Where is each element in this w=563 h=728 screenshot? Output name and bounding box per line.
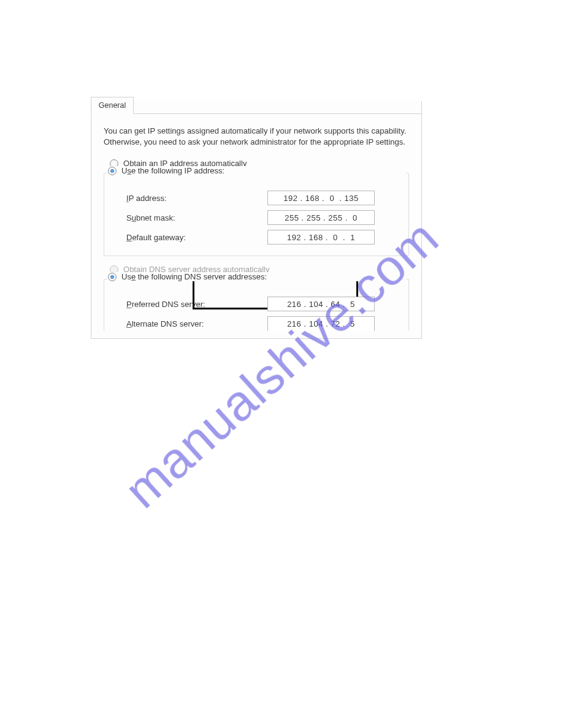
label-alternate-dns: Alternate DNS server:: [126, 319, 267, 328]
input-default-gateway[interactable]: 192 . 168 . 0 . 1: [267, 230, 375, 245]
row-subnet-mask: Subnet mask: 255 . 255 . 255 . 0: [126, 210, 401, 225]
dns-group: Use the following DNS server addresses: …: [104, 279, 409, 331]
label-ip-address: IP address:: [126, 194, 267, 203]
ip-group: Use the following IP address: IP address…: [104, 173, 409, 256]
radio-use-following-dns[interactable]: Use the following DNS server addresses:: [108, 272, 405, 281]
radio-use-following-ip[interactable]: Use the following IP address:: [108, 166, 405, 175]
input-subnet-mask[interactable]: 255 . 255 . 255 . 0: [267, 210, 375, 225]
label-subnet-mask: Subnet mask:: [126, 213, 267, 222]
intro-text: You can get IP settings assigned automat…: [104, 126, 409, 148]
input-ip-address[interactable]: 192 . 168 . 0 . 135: [267, 191, 375, 205]
row-alternate-dns: Alternate DNS server: 216 . 104 . 72 . 5: [126, 316, 401, 331]
row-ip-address: IP address: 192 . 168 . 0 . 135: [126, 191, 401, 205]
radio-label: Use the following DNS server addresses:: [121, 272, 267, 281]
radio-icon: [108, 167, 117, 175]
input-alternate-dns[interactable]: 216 . 104 . 72 . 5: [267, 316, 375, 331]
radio-label: Use the following IP address:: [121, 166, 224, 175]
label-default-gateway: Default gateway:: [126, 233, 267, 242]
properties-panel: General You can get IP settings assigned…: [91, 101, 422, 339]
tab-general[interactable]: General: [91, 97, 134, 114]
row-preferred-dns: Preferred DNS server: 216 . 104 . 64 . 5: [126, 297, 401, 311]
input-preferred-dns[interactable]: 216 . 104 . 64 . 5: [267, 297, 375, 311]
label-preferred-dns: Preferred DNS server:: [126, 300, 267, 309]
tab-strip: General: [91, 101, 421, 118]
radio-icon: [108, 273, 117, 281]
row-default-gateway: Default gateway: 192 . 168 . 0 . 1: [126, 230, 401, 245]
